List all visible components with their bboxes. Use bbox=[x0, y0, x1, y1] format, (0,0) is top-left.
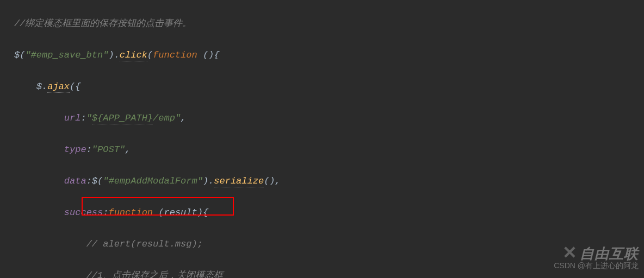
code-line: //绑定模态框里面的保存按钮的点击事件。 bbox=[0, 16, 644, 31]
code-line: $.ajax({ bbox=[0, 79, 644, 94]
code-editor[interactable]: //绑定模态框里面的保存按钮的点击事件。 $("#emp_save_btn").… bbox=[0, 0, 644, 278]
code-line: success:function (result){ bbox=[0, 205, 644, 220]
code-line: url:"${APP_PATH}/emp", bbox=[0, 110, 644, 126]
code-line: data:$("#empAddModalForm").serialize(), bbox=[0, 173, 644, 189]
code-line: // alert(result.msg); bbox=[0, 236, 644, 252]
code-line: //1、点击保存之后，关闭模态框 bbox=[0, 268, 644, 278]
comment: //绑定模态框里面的保存按钮的点击事件。 bbox=[14, 18, 191, 29]
code-line: $("#emp_save_btn").click(function (){ bbox=[0, 47, 644, 63]
code-line: type:"POST", bbox=[0, 142, 644, 157]
watermark-text: CSDN @有上进心的阿龙 bbox=[554, 258, 639, 274]
